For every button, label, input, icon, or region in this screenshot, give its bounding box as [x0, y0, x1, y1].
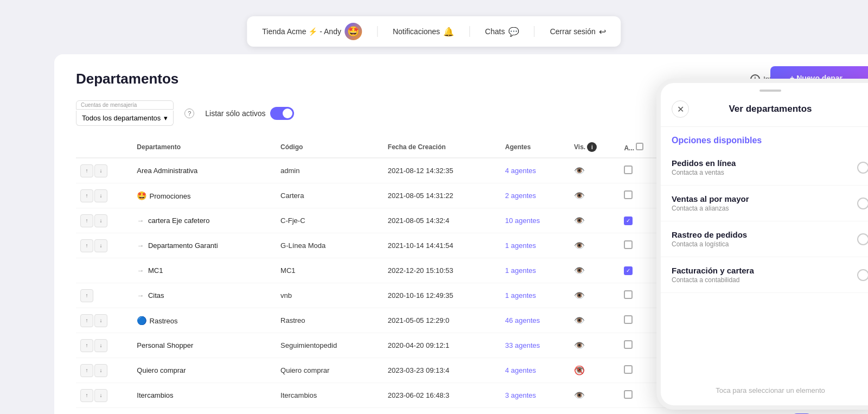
filter-value: Todos los departamentos: [82, 114, 161, 122]
account-filter-select[interactable]: Todos los departamentos ▾: [76, 111, 174, 126]
mobile-option-item[interactable]: Ventas al por mayor Contacta a alianzas: [661, 186, 868, 221]
dept-agents-cell[interactable]: 2 agentes: [501, 183, 570, 208]
eye-icon[interactable]: 👁️: [574, 316, 585, 325]
a-checkbox[interactable]: [624, 165, 633, 174]
dept-agents-cell[interactable]: 4 agentes: [501, 158, 570, 183]
a-checkbox-checked[interactable]: ✓: [624, 216, 633, 225]
chats-label: Chats: [485, 27, 505, 36]
agents-link[interactable]: 1 agentes: [505, 241, 536, 250]
agents-link[interactable]: 10 agentes: [505, 216, 540, 225]
dept-agents-cell[interactable]: 10 agentes: [501, 208, 570, 233]
a-checkbox[interactable]: [624, 190, 633, 199]
dept-agents-cell[interactable]: 1 agentes: [501, 408, 570, 415]
logout-item[interactable]: Cerrar sesión ↩: [550, 27, 606, 37]
move-down-btn[interactable]: ↓: [94, 364, 107, 377]
dept-vis-cell[interactable]: 👁️: [570, 208, 620, 233]
eye-off-icon[interactable]: 👁️🚫: [574, 365, 585, 375]
mobile-option-item[interactable]: Pedidos en línea Contacta a ventas: [661, 150, 868, 186]
chats-item[interactable]: Chats 💬: [485, 27, 519, 37]
dept-date-cell: 2023-03-23 09:13:4: [384, 358, 501, 383]
agents-link[interactable]: 4 agentes: [505, 366, 536, 374]
move-up-btn[interactable]: ↑: [80, 339, 93, 352]
dept-vis-cell[interactable]: 👁️: [570, 333, 620, 358]
dept-agents-cell[interactable]: 33 agentes: [501, 333, 570, 358]
eye-icon[interactable]: 👁️: [574, 191, 585, 200]
mobile-radio-3[interactable]: [857, 269, 868, 281]
a-checkbox[interactable]: [624, 290, 633, 299]
a-checkbox[interactable]: [624, 240, 633, 249]
eye-icon[interactable]: 👁️: [574, 241, 585, 250]
agents-link[interactable]: 33 agentes: [505, 341, 540, 349]
row-controls-cell: ↑↓: [76, 358, 132, 383]
move-down-btn[interactable]: ↓: [94, 214, 107, 227]
notifications-item[interactable]: Notificaciones 🔔: [393, 27, 454, 37]
eye-icon[interactable]: 👁️: [574, 391, 585, 400]
logout-label: Cerrar sesión: [550, 27, 596, 36]
a-checkbox-checked[interactable]: ✓: [624, 266, 633, 275]
dept-agents-cell[interactable]: 1 agentes: [501, 283, 570, 308]
move-down-btn[interactable]: ↓: [94, 314, 107, 327]
dept-vis-cell[interactable]: 👁️: [570, 183, 620, 208]
eye-icon[interactable]: 👁️: [574, 166, 585, 175]
mobile-footer-text: Toca para seleccionar un elemento: [661, 386, 868, 394]
move-up-btn[interactable]: ↑: [80, 364, 93, 377]
dept-vis-cell[interactable]: 👁️: [570, 258, 620, 283]
dept-agents-cell[interactable]: 46 agentes: [501, 308, 570, 333]
dept-vis-cell[interactable]: 👁️: [570, 283, 620, 308]
eye-icon[interactable]: 👁️: [574, 291, 585, 300]
store-info[interactable]: Tienda Acme ⚡ - Andy 🤩: [262, 23, 362, 40]
mobile-radio-2[interactable]: [857, 233, 868, 245]
mobile-option-subtitle: Contacta a alianzas: [672, 205, 857, 212]
move-up-btn[interactable]: ↑: [80, 164, 93, 177]
eye-icon[interactable]: 👁️: [574, 266, 585, 275]
dept-vis-cell[interactable]: 👁️: [570, 383, 620, 408]
a-checkbox[interactable]: [624, 390, 633, 399]
row-controls-cell: ↑↓: [76, 158, 132, 183]
mobile-radio-0[interactable]: [857, 162, 868, 174]
move-down-btn[interactable]: ↓: [94, 339, 107, 352]
move-down-btn[interactable]: ↓: [94, 239, 107, 252]
mobile-option-item[interactable]: Facturación y cartera Contacta a contabi…: [661, 257, 868, 293]
a-checkbox[interactable]: [624, 315, 633, 324]
eye-icon[interactable]: 👁️: [574, 341, 585, 350]
agents-link[interactable]: 4 agentes: [505, 167, 536, 175]
mobile-option-item[interactable]: Rastreo de pedidos Contacta a logística: [661, 221, 868, 257]
row-controls-cell: ↑↓: [76, 233, 132, 258]
mobile-radio-1[interactable]: [857, 198, 868, 209]
row-controls-cell: ↑↓: [76, 183, 132, 208]
dept-agents-cell[interactable]: 3 agentes: [501, 383, 570, 408]
agents-link[interactable]: 1 agentes: [505, 266, 536, 275]
a-checkbox[interactable]: [624, 340, 633, 349]
move-up-btn[interactable]: ↑: [80, 189, 93, 202]
move-up-btn[interactable]: ↑: [80, 389, 93, 402]
mobile-option-subtitle: Contacta a ventas: [672, 169, 857, 176]
dept-vis-cell[interactable]: 👁️: [570, 408, 620, 415]
move-up-btn[interactable]: ↑: [80, 239, 93, 252]
move-up-btn[interactable]: ↑: [80, 214, 93, 227]
dept-vis-cell[interactable]: 👁️: [570, 158, 620, 183]
dept-vis-cell[interactable]: 👁️🚫: [570, 358, 620, 383]
agents-link[interactable]: 3 agentes: [505, 391, 536, 399]
move-down-btn[interactable]: ↓: [94, 389, 107, 402]
mobile-close-btn[interactable]: ✕: [672, 100, 689, 118]
mobile-header: ✕ Ver departamentos: [661, 96, 868, 127]
list-active-toggle[interactable]: [270, 107, 294, 120]
dept-agents-cell[interactable]: 1 agentes: [501, 233, 570, 258]
help-icon[interactable]: ?: [184, 109, 194, 118]
agents-link[interactable]: 1 agentes: [505, 291, 536, 300]
move-down-btn[interactable]: ↓: [94, 189, 107, 202]
dept-agents-cell[interactable]: 4 agentes: [501, 358, 570, 383]
dept-vis-cell[interactable]: 👁️: [570, 233, 620, 258]
move-up-btn[interactable]: ↑: [80, 314, 93, 327]
agents-link[interactable]: 46 agentes: [505, 316, 540, 324]
dept-vis-cell[interactable]: 👁️: [570, 308, 620, 333]
dept-date-cell: 2021-08-12 14:32:35: [384, 158, 501, 183]
eye-icon[interactable]: 👁️: [574, 216, 585, 225]
dept-a-cell[interactable]: [620, 408, 664, 415]
move-up-btn[interactable]: ↑: [80, 289, 93, 302]
dept-agents-cell[interactable]: 1 agentes: [501, 258, 570, 283]
move-down-btn[interactable]: ↓: [94, 164, 107, 177]
agents-link[interactable]: 2 agentes: [505, 192, 536, 200]
dept-code-cell: 47795: [276, 408, 384, 415]
a-checkbox[interactable]: [624, 365, 633, 374]
